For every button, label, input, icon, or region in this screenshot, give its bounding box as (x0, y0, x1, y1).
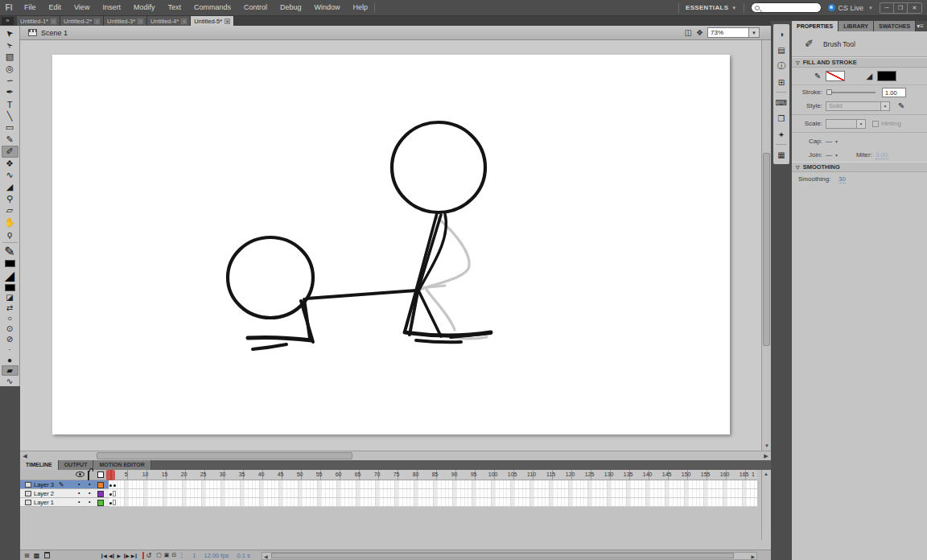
scroll-left-icon[interactable]: ◀ (264, 554, 268, 560)
scroll-right-icon[interactable]: ▶ (762, 452, 770, 460)
zoom-dropdown-chevron-icon[interactable]: ▼ (749, 27, 760, 38)
layer-outline-color[interactable] (97, 491, 104, 497)
miter-value[interactable]: 3.00 (876, 151, 888, 159)
menu-window[interactable]: Window (308, 0, 347, 15)
go-to-last-frame-button[interactable]: ▶❙ (131, 553, 138, 558)
tab-output[interactable]: OUTPUT (59, 460, 94, 470)
new-layer-button[interactable]: ⊞ (24, 552, 30, 559)
layer-frames[interactable] (109, 498, 757, 507)
restore-button[interactable]: ❐ (894, 3, 908, 13)
layer-visibility-dot[interactable]: • (78, 490, 80, 496)
keyframe-dot[interactable] (109, 502, 112, 504)
info-panel-icon[interactable]: ⓘ (773, 58, 789, 74)
smoothing-value[interactable]: 30 (838, 175, 846, 183)
scroll-left-icon[interactable]: ◀ (21, 452, 29, 460)
stroke-slider[interactable] (827, 92, 876, 93)
rectangle-tool[interactable]: ▭ (2, 122, 19, 134)
playhead[interactable] (106, 470, 115, 480)
deco-tool[interactable]: ❖ (2, 158, 19, 170)
smoothing-option[interactable]: ∿ (2, 376, 19, 386)
scroll-right-icon[interactable]: ▶ (751, 554, 755, 560)
close-tab-icon[interactable]: ✕ (51, 19, 56, 24)
chevron-down-icon[interactable]: ▼ (834, 139, 838, 144)
subselection-tool[interactable]: ➢ (2, 39, 19, 51)
play-button[interactable]: ▶ (117, 553, 121, 558)
menu-commands[interactable]: Commands (187, 0, 237, 15)
fill-color-swatch[interactable] (5, 284, 15, 291)
pencil-tool[interactable]: ✎ (2, 134, 19, 146)
lasso-tool[interactable]: ∽ (2, 75, 19, 87)
menu-edit[interactable]: Edit (43, 0, 68, 15)
show-hide-all-layers-icon[interactable] (76, 471, 84, 477)
brush-mode-option[interactable]: ⊘ (2, 334, 19, 344)
stroke-color-swatch[interactable] (5, 260, 15, 267)
brush-size-option[interactable]: ● (2, 355, 19, 365)
current-frame-value[interactable]: 1 (192, 552, 196, 559)
hinting-checkbox[interactable] (872, 121, 879, 127)
stroke-value-input[interactable]: 1.00 (882, 88, 906, 97)
layer-visibility-dot[interactable]: • (78, 481, 80, 487)
layer-visibility-dot[interactable]: • (78, 499, 80, 504)
layer-outline-color[interactable] (97, 500, 104, 506)
line-tool[interactable]: ╲ (2, 110, 19, 122)
layer-outline-color[interactable] (97, 482, 104, 488)
3d-rotation-tool[interactable]: ◎ (2, 63, 19, 75)
smoothing-section-header[interactable]: ▽ SMOOTHING (792, 162, 927, 172)
keyframe-dot[interactable] (109, 484, 112, 487)
color-panel-icon[interactable]: ◑ (773, 26, 789, 42)
close-tab-icon[interactable]: ✕ (138, 19, 143, 24)
paint-bucket-tool[interactable]: ◢ (2, 181, 19, 193)
timeline-horizontal-scrollbar[interactable]: ◀ ▶ (262, 552, 757, 560)
stroke-color-control[interactable]: ✎ (4, 244, 14, 268)
document-tab[interactable]: Untitled-3*✕ (104, 16, 147, 26)
stroke-slider-thumb[interactable] (826, 89, 832, 95)
components-panel-icon[interactable]: ❒ (773, 110, 789, 126)
step-back-button[interactable]: ◀❙ (109, 553, 115, 558)
panel-menu-icon[interactable]: ▾≡ (917, 21, 927, 31)
layer-lock-dot[interactable]: • (89, 490, 90, 496)
workspace-switcher[interactable]: ESSENTIALS▼ (686, 4, 736, 11)
close-tab-icon[interactable]: ✕ (94, 19, 100, 24)
delete-layer-button[interactable] (44, 552, 50, 558)
menu-control[interactable]: Control (237, 0, 274, 15)
library-panel-icon[interactable]: ▦ (773, 146, 789, 163)
tab-motion-editor[interactable]: MOTION EDITOR (93, 460, 150, 470)
menu-modify[interactable]: Modify (127, 0, 162, 15)
layer-name[interactable]: Layer 1 (34, 499, 54, 506)
layer-lock-dot[interactable]: • (89, 499, 90, 504)
style-dropdown[interactable]: Solid ▼ (826, 101, 890, 111)
layer-row[interactable]: Layer 2•• (20, 489, 109, 498)
cs-live-button[interactable]: CS Live ▼ (828, 4, 873, 12)
scene-label[interactable]: Scene 1 (41, 29, 68, 37)
go-to-first-frame-button[interactable]: ❙◀ (100, 553, 106, 558)
text-tool[interactable]: T (2, 98, 19, 110)
close-tab-icon[interactable]: ✕ (181, 19, 187, 24)
center-frame-button[interactable]: ▢ (156, 552, 162, 558)
cap-value[interactable]: — (826, 138, 832, 145)
selection-tool[interactable]: ➤ (2, 27, 19, 39)
menu-file[interactable]: File (18, 0, 43, 15)
menu-view[interactable]: View (68, 0, 96, 15)
scroll-down-icon[interactable]: ▼ (763, 442, 771, 450)
document-tab[interactable]: Untitled-2*✕ (60, 16, 104, 26)
new-folder-button[interactable]: ▩ (34, 552, 40, 559)
stage-vertical-scrollbar[interactable]: ▼ (761, 40, 771, 451)
fill-color-control[interactable]: ◢ (5, 268, 15, 292)
keyframe-dot[interactable] (113, 484, 116, 487)
edit-multiple-frames-button[interactable]: ⋮ (179, 552, 184, 558)
layer-lock-dot[interactable]: • (89, 481, 90, 487)
stroke-color-swatch[interactable] (826, 71, 845, 81)
free-transform-tool[interactable]: ▧ (2, 51, 19, 63)
align-panel-icon[interactable]: ⊞ (773, 74, 789, 90)
stage-canvas[interactable] (52, 55, 730, 434)
close-button[interactable]: ✕ (908, 3, 921, 13)
step-forward-button[interactable]: ❙▶ (122, 553, 129, 558)
tab-timeline[interactable]: TIMELINE (20, 460, 59, 470)
layer-row[interactable]: Layer 3✎•• (20, 480, 109, 489)
tab-swatches[interactable]: SWATCHES (874, 21, 916, 31)
tab-properties[interactable]: PROPERTIES (792, 21, 838, 31)
outline-all-layers-icon[interactable] (97, 471, 104, 478)
loop-button[interactable]: ↺ (146, 552, 152, 559)
pen-tool[interactable]: ✒ (2, 87, 19, 99)
edit-symbols-icon[interactable]: ❖ (696, 28, 703, 37)
